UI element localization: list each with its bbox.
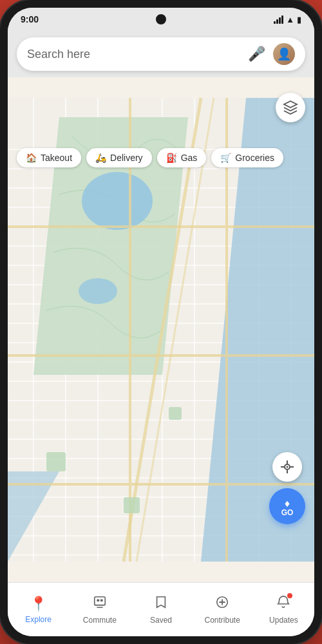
go-arrow-icon: ⬧ [283,496,291,509]
camera-notch [156,14,166,24]
svg-rect-44 [46,452,66,471]
explore-label: Explore [25,615,52,624]
chip-delivery[interactable]: 🛵 Delivery [86,148,152,167]
svg-point-49 [287,466,289,468]
svg-rect-54 [95,596,106,605]
delivery-icon: 🛵 [95,153,106,163]
chip-takeout[interactable]: 🏠 Takeout [17,148,81,167]
nav-commute[interactable]: Commute [69,595,130,625]
location-button[interactable] [272,452,302,482]
bottom-nav: 📍 Explore Commute [8,582,314,636]
status-time: 9:00 [21,14,39,24]
wifi-icon: ▲ [286,15,294,24]
updates-badge-container [276,595,290,613]
avatar[interactable]: 👤 [273,43,295,65]
chip-groceries[interactable]: 🛒 Groceries [211,148,283,167]
saved-icon [154,595,168,613]
updates-icon [276,596,290,612]
chip-gas-label: Gas [181,153,198,163]
updates-badge-dot [287,593,292,598]
mic-icon[interactable]: 🎤 [248,46,265,62]
chip-gas[interactable]: ⛽ Gas [157,148,207,167]
map-area[interactable]: 🏠 Takeout 🛵 Delivery ⛽ Gas 🛒 Groceries [8,77,314,582]
chip-delivery-label: Delivery [110,153,143,163]
status-bar: 9:00 ▲ ▮ [8,8,314,31]
go-label: GO [281,509,294,516]
status-icons: ▲ ▮ [274,15,301,24]
gas-icon: ⛽ [166,153,177,163]
map-controls-bottom: ⬧ GO [269,452,305,524]
chip-groceries-label: Groceries [235,153,274,163]
phone-frame: 9:00 ▲ ▮ Search here 🎤 👤 [0,0,322,644]
svg-point-34 [79,278,117,304]
go-button[interactable]: ⬧ GO [269,488,305,524]
updates-label: Updates [269,616,298,625]
nav-updates[interactable]: Updates [253,595,314,625]
search-placeholder: Search here [27,48,248,61]
signal-icon [274,15,283,24]
commute-label: Commute [83,616,117,625]
svg-rect-46 [169,407,182,420]
search-icons: 🎤 👤 [248,43,295,65]
svg-marker-47 [284,101,297,108]
svg-rect-56 [97,599,99,601]
layers-button[interactable] [276,93,305,122]
search-bar-container: Search here 🎤 👤 [8,31,314,77]
nav-explore[interactable]: 📍 Explore [8,596,69,624]
map-controls-top [276,93,305,122]
svg-rect-57 [100,599,103,601]
battery-icon: ▮ [297,15,301,24]
nav-saved[interactable]: Saved [130,595,191,625]
chip-takeout-label: Takeout [41,153,72,163]
svg-rect-45 [124,497,140,513]
search-bar[interactable]: Search here 🎤 👤 [17,37,305,71]
contribute-icon [215,595,229,613]
commute-icon [93,595,107,613]
chips-container: 🏠 Takeout 🛵 Delivery ⛽ Gas 🛒 Groceries [8,142,314,174]
groceries-icon: 🛒 [220,153,231,163]
explore-icon: 📍 [30,596,47,612]
svg-point-33 [82,172,153,230]
phone-screen: 9:00 ▲ ▮ Search here 🎤 👤 [8,8,314,636]
saved-label: Saved [150,616,172,625]
takeout-icon: 🏠 [26,153,37,163]
nav-contribute[interactable]: Contribute [192,595,253,625]
contribute-label: Contribute [205,616,240,625]
